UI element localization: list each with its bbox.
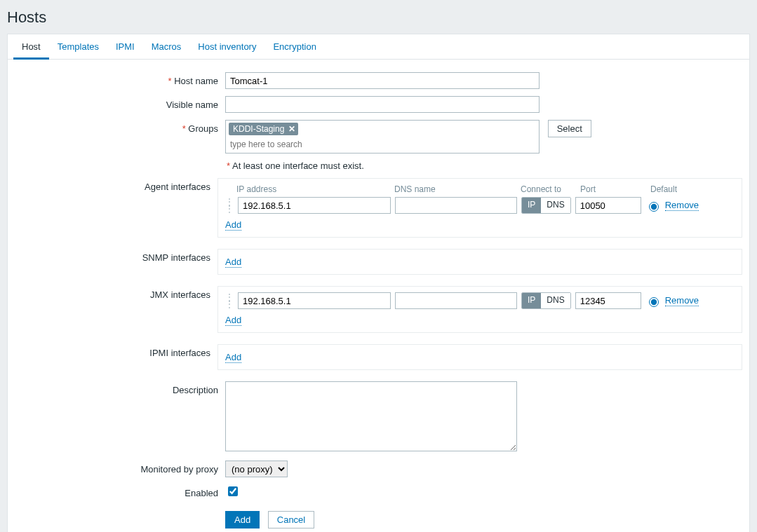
- agent-remove-link[interactable]: Remove: [665, 200, 699, 211]
- agent-interfaces-block: IP address DNS name Connect to Port Defa…: [217, 178, 742, 238]
- label-host-name: Host name: [15, 72, 225, 86]
- group-tag-label: KDDI-Staging: [233, 124, 284, 134]
- label-agent-interfaces: Agent interfaces: [15, 178, 217, 192]
- form-body: Host name Visible name Groups KDDI-Stagi…: [8, 60, 749, 532]
- col-header-dns: DNS name: [394, 184, 521, 194]
- tab-macros[interactable]: Macros: [143, 34, 190, 60]
- group-tag-remove-icon[interactable]: ✕: [288, 124, 295, 134]
- proxy-select[interactable]: (no proxy): [225, 461, 288, 477]
- jmx-connect-toggle[interactable]: IP DNS: [521, 292, 571, 309]
- tab-host-inventory[interactable]: Host inventory: [189, 34, 264, 60]
- tab-templates[interactable]: Templates: [49, 34, 107, 60]
- tab-host[interactable]: Host: [13, 34, 49, 60]
- jmx-ip-input[interactable]: [238, 292, 391, 309]
- label-visible-name: Visible name: [15, 96, 225, 110]
- jmx-connect-ip[interactable]: IP: [522, 293, 541, 308]
- jmx-dns-input[interactable]: [395, 292, 517, 309]
- agent-connect-ip[interactable]: IP: [522, 198, 541, 213]
- page-title: Hosts: [0, 0, 757, 34]
- groups-multiselect[interactable]: KDDI-Staging ✕: [225, 120, 540, 154]
- jmx-add-link[interactable]: Add: [225, 315, 241, 326]
- tab-encryption[interactable]: Encryption: [264, 34, 324, 60]
- add-button[interactable]: Add: [225, 511, 260, 528]
- jmx-port-input[interactable]: [575, 292, 641, 309]
- col-header-port: Port: [580, 184, 650, 194]
- description-textarea[interactable]: [225, 381, 517, 451]
- ipmi-add-link[interactable]: Add: [225, 352, 241, 363]
- snmp-add-link[interactable]: Add: [225, 257, 241, 268]
- jmx-connect-dns[interactable]: DNS: [541, 293, 570, 308]
- agent-connect-toggle[interactable]: IP DNS: [521, 197, 571, 214]
- label-snmp-interfaces: SNMP interfaces: [15, 249, 217, 263]
- label-description: Description: [15, 381, 225, 395]
- agent-connect-dns[interactable]: DNS: [541, 198, 570, 213]
- agent-default-radio[interactable]: [649, 202, 659, 212]
- jmx-interface-row: ⋮⋮⋮⋮ IP DNS Remove: [225, 292, 735, 309]
- col-header-def: Default: [650, 184, 699, 194]
- group-tag: KDDI-Staging ✕: [229, 123, 298, 135]
- agent-port-input[interactable]: [575, 197, 641, 214]
- label-groups: Groups: [15, 120, 225, 134]
- host-name-input[interactable]: [225, 72, 540, 89]
- agent-add-link[interactable]: Add: [225, 219, 241, 231]
- jmx-interfaces-block: ⋮⋮⋮⋮ IP DNS Remove Add: [217, 286, 742, 333]
- host-form-panel: Host Templates IPMI Macros Host inventor…: [7, 34, 750, 532]
- snmp-interfaces-block: Add: [217, 249, 742, 275]
- agent-interface-row: ⋮⋮⋮⋮ IP DNS Remove: [225, 197, 735, 214]
- drag-handle-icon[interactable]: ⋮⋮⋮⋮: [225, 198, 234, 212]
- interface-required-note: * At least one interface must exist.: [225, 154, 742, 171]
- label-jmx-interfaces: JMX interfaces: [15, 286, 217, 300]
- groups-select-button[interactable]: Select: [548, 120, 591, 137]
- ipmi-interfaces-block: Add: [217, 344, 742, 370]
- label-ipmi-interfaces: IPMI interfaces: [15, 344, 217, 358]
- drag-handle-icon[interactable]: ⋮⋮⋮⋮: [225, 294, 234, 308]
- jmx-remove-link[interactable]: Remove: [665, 295, 699, 306]
- agent-ip-input[interactable]: [238, 197, 391, 214]
- label-monitored-by-proxy: Monitored by proxy: [15, 461, 225, 475]
- label-enabled: Enabled: [15, 484, 225, 498]
- tabs: Host Templates IPMI Macros Host inventor…: [8, 34, 749, 60]
- cancel-button[interactable]: Cancel: [268, 511, 314, 528]
- tab-ipmi[interactable]: IPMI: [107, 34, 143, 60]
- agent-dns-input[interactable]: [395, 197, 517, 214]
- col-header-conn: Connect to: [521, 184, 580, 194]
- visible-name-input[interactable]: [225, 96, 540, 113]
- enabled-checkbox[interactable]: [228, 486, 238, 496]
- jmx-default-radio[interactable]: [649, 297, 659, 307]
- col-header-ip: IP address: [236, 184, 394, 194]
- groups-search-input[interactable]: [229, 137, 536, 151]
